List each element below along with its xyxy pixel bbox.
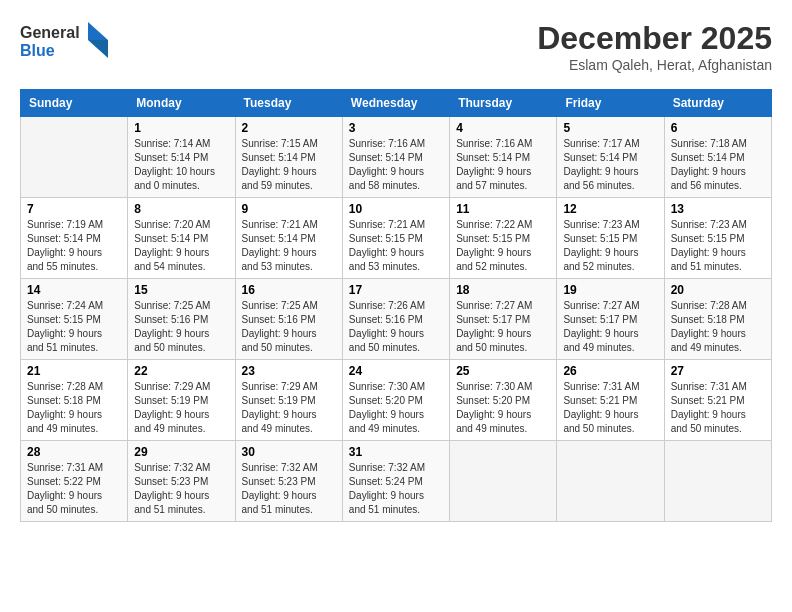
table-row: 6Sunrise: 7:18 AMSunset: 5:14 PMDaylight… <box>664 117 771 198</box>
day-number: 31 <box>349 445 443 459</box>
day-number: 27 <box>671 364 765 378</box>
table-row: 13Sunrise: 7:23 AMSunset: 5:15 PMDayligh… <box>664 198 771 279</box>
table-row <box>664 441 771 522</box>
day-info: Sunrise: 7:32 AMSunset: 5:24 PMDaylight:… <box>349 461 443 517</box>
weekday-header: Tuesday <box>235 90 342 117</box>
table-row: 14Sunrise: 7:24 AMSunset: 5:15 PMDayligh… <box>21 279 128 360</box>
day-number: 2 <box>242 121 336 135</box>
table-row: 21Sunrise: 7:28 AMSunset: 5:18 PMDayligh… <box>21 360 128 441</box>
table-row <box>21 117 128 198</box>
day-info: Sunrise: 7:27 AMSunset: 5:17 PMDaylight:… <box>563 299 657 355</box>
weekday-header: Sunday <box>21 90 128 117</box>
day-number: 29 <box>134 445 228 459</box>
day-number: 21 <box>27 364 121 378</box>
day-info: Sunrise: 7:25 AMSunset: 5:16 PMDaylight:… <box>242 299 336 355</box>
day-number: 24 <box>349 364 443 378</box>
weekday-header-row: SundayMondayTuesdayWednesdayThursdayFrid… <box>21 90 772 117</box>
table-row: 4Sunrise: 7:16 AMSunset: 5:14 PMDaylight… <box>450 117 557 198</box>
day-number: 23 <box>242 364 336 378</box>
table-row: 2Sunrise: 7:15 AMSunset: 5:14 PMDaylight… <box>235 117 342 198</box>
month-title: December 2025 <box>537 20 772 57</box>
table-row: 26Sunrise: 7:31 AMSunset: 5:21 PMDayligh… <box>557 360 664 441</box>
day-number: 6 <box>671 121 765 135</box>
day-info: Sunrise: 7:25 AMSunset: 5:16 PMDaylight:… <box>134 299 228 355</box>
day-info: Sunrise: 7:29 AMSunset: 5:19 PMDaylight:… <box>134 380 228 436</box>
table-row: 8Sunrise: 7:20 AMSunset: 5:14 PMDaylight… <box>128 198 235 279</box>
day-number: 4 <box>456 121 550 135</box>
day-number: 9 <box>242 202 336 216</box>
table-row <box>450 441 557 522</box>
day-info: Sunrise: 7:15 AMSunset: 5:14 PMDaylight:… <box>242 137 336 193</box>
day-number: 26 <box>563 364 657 378</box>
day-info: Sunrise: 7:20 AMSunset: 5:14 PMDaylight:… <box>134 218 228 274</box>
day-info: Sunrise: 7:16 AMSunset: 5:14 PMDaylight:… <box>349 137 443 193</box>
day-info: Sunrise: 7:21 AMSunset: 5:14 PMDaylight:… <box>242 218 336 274</box>
day-info: Sunrise: 7:28 AMSunset: 5:18 PMDaylight:… <box>671 299 765 355</box>
table-row: 25Sunrise: 7:30 AMSunset: 5:20 PMDayligh… <box>450 360 557 441</box>
table-row: 28Sunrise: 7:31 AMSunset: 5:22 PMDayligh… <box>21 441 128 522</box>
day-info: Sunrise: 7:16 AMSunset: 5:14 PMDaylight:… <box>456 137 550 193</box>
table-row: 31Sunrise: 7:32 AMSunset: 5:24 PMDayligh… <box>342 441 449 522</box>
day-info: Sunrise: 7:31 AMSunset: 5:21 PMDaylight:… <box>563 380 657 436</box>
day-number: 30 <box>242 445 336 459</box>
day-number: 17 <box>349 283 443 297</box>
day-info: Sunrise: 7:21 AMSunset: 5:15 PMDaylight:… <box>349 218 443 274</box>
svg-marker-2 <box>88 22 108 40</box>
day-info: Sunrise: 7:30 AMSunset: 5:20 PMDaylight:… <box>456 380 550 436</box>
table-row: 3Sunrise: 7:16 AMSunset: 5:14 PMDaylight… <box>342 117 449 198</box>
day-info: Sunrise: 7:23 AMSunset: 5:15 PMDaylight:… <box>671 218 765 274</box>
day-number: 15 <box>134 283 228 297</box>
weekday-header: Monday <box>128 90 235 117</box>
day-info: Sunrise: 7:14 AMSunset: 5:14 PMDaylight:… <box>134 137 228 193</box>
svg-text:General: General <box>20 24 80 41</box>
table-row: 23Sunrise: 7:29 AMSunset: 5:19 PMDayligh… <box>235 360 342 441</box>
day-number: 3 <box>349 121 443 135</box>
day-number: 20 <box>671 283 765 297</box>
day-number: 10 <box>349 202 443 216</box>
day-info: Sunrise: 7:31 AMSunset: 5:21 PMDaylight:… <box>671 380 765 436</box>
day-number: 8 <box>134 202 228 216</box>
table-row: 20Sunrise: 7:28 AMSunset: 5:18 PMDayligh… <box>664 279 771 360</box>
table-row: 15Sunrise: 7:25 AMSunset: 5:16 PMDayligh… <box>128 279 235 360</box>
table-row: 30Sunrise: 7:32 AMSunset: 5:23 PMDayligh… <box>235 441 342 522</box>
day-info: Sunrise: 7:22 AMSunset: 5:15 PMDaylight:… <box>456 218 550 274</box>
page-header: GeneralBlue December 2025 Eslam Qaleh, H… <box>20 20 772 73</box>
table-row: 19Sunrise: 7:27 AMSunset: 5:17 PMDayligh… <box>557 279 664 360</box>
calendar-week-row: 21Sunrise: 7:28 AMSunset: 5:18 PMDayligh… <box>21 360 772 441</box>
table-row: 22Sunrise: 7:29 AMSunset: 5:19 PMDayligh… <box>128 360 235 441</box>
table-row: 18Sunrise: 7:27 AMSunset: 5:17 PMDayligh… <box>450 279 557 360</box>
location: Eslam Qaleh, Herat, Afghanistan <box>537 57 772 73</box>
day-info: Sunrise: 7:28 AMSunset: 5:18 PMDaylight:… <box>27 380 121 436</box>
table-row: 9Sunrise: 7:21 AMSunset: 5:14 PMDaylight… <box>235 198 342 279</box>
calendar-week-row: 14Sunrise: 7:24 AMSunset: 5:15 PMDayligh… <box>21 279 772 360</box>
table-row: 11Sunrise: 7:22 AMSunset: 5:15 PMDayligh… <box>450 198 557 279</box>
day-info: Sunrise: 7:32 AMSunset: 5:23 PMDaylight:… <box>242 461 336 517</box>
day-number: 22 <box>134 364 228 378</box>
table-row: 17Sunrise: 7:26 AMSunset: 5:16 PMDayligh… <box>342 279 449 360</box>
svg-text:Blue: Blue <box>20 42 55 59</box>
calendar-week-row: 28Sunrise: 7:31 AMSunset: 5:22 PMDayligh… <box>21 441 772 522</box>
table-row: 1Sunrise: 7:14 AMSunset: 5:14 PMDaylight… <box>128 117 235 198</box>
day-info: Sunrise: 7:18 AMSunset: 5:14 PMDaylight:… <box>671 137 765 193</box>
day-info: Sunrise: 7:30 AMSunset: 5:20 PMDaylight:… <box>349 380 443 436</box>
day-number: 18 <box>456 283 550 297</box>
calendar-table: SundayMondayTuesdayWednesdayThursdayFrid… <box>20 89 772 522</box>
weekday-header: Thursday <box>450 90 557 117</box>
table-row: 12Sunrise: 7:23 AMSunset: 5:15 PMDayligh… <box>557 198 664 279</box>
weekday-header: Wednesday <box>342 90 449 117</box>
day-info: Sunrise: 7:19 AMSunset: 5:14 PMDaylight:… <box>27 218 121 274</box>
calendar-week-row: 1Sunrise: 7:14 AMSunset: 5:14 PMDaylight… <box>21 117 772 198</box>
day-number: 16 <box>242 283 336 297</box>
day-number: 14 <box>27 283 121 297</box>
day-info: Sunrise: 7:31 AMSunset: 5:22 PMDaylight:… <box>27 461 121 517</box>
calendar-week-row: 7Sunrise: 7:19 AMSunset: 5:14 PMDaylight… <box>21 198 772 279</box>
title-area: December 2025 Eslam Qaleh, Herat, Afghan… <box>537 20 772 73</box>
day-info: Sunrise: 7:23 AMSunset: 5:15 PMDaylight:… <box>563 218 657 274</box>
table-row <box>557 441 664 522</box>
day-info: Sunrise: 7:29 AMSunset: 5:19 PMDaylight:… <box>242 380 336 436</box>
svg-marker-3 <box>88 40 108 58</box>
day-info: Sunrise: 7:24 AMSunset: 5:15 PMDaylight:… <box>27 299 121 355</box>
day-number: 1 <box>134 121 228 135</box>
table-row: 10Sunrise: 7:21 AMSunset: 5:15 PMDayligh… <box>342 198 449 279</box>
logo: GeneralBlue <box>20 20 110 60</box>
